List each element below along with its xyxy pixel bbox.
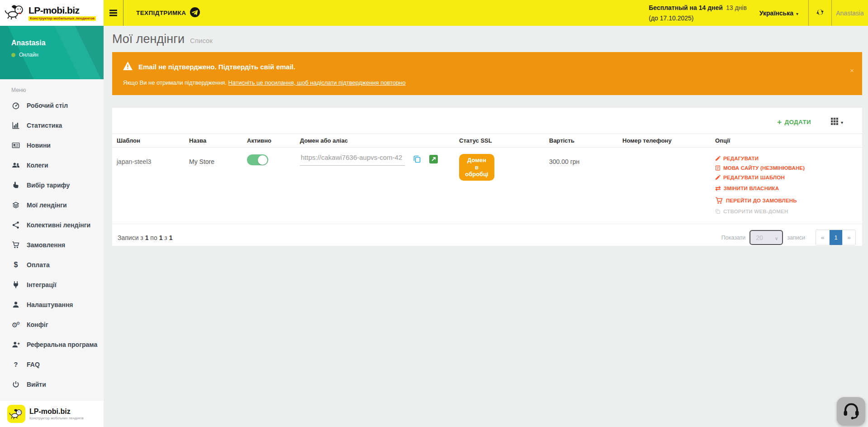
sidebar-menu: Робочий стілСтатистикаНовиниКолегиВибір … (0, 96, 104, 394)
domain-input[interactable] (300, 154, 405, 166)
user-plus-icon (11, 341, 21, 349)
sidebar-item-label: FAQ (27, 361, 40, 368)
brand-subtitle: Конструктор мобильных лендингов (28, 16, 96, 21)
sidebar-item-integrations[interactable]: Інтеграції (0, 275, 104, 295)
column-visibility-button[interactable] (831, 118, 843, 126)
chevron-down-icon (841, 119, 843, 125)
records-part: 1 (169, 234, 173, 241)
pager-next-button[interactable]: » (842, 230, 855, 245)
toggle-knob (258, 155, 267, 165)
refresh-button[interactable] (809, 0, 831, 26)
grid-icon (831, 118, 838, 126)
option-label: РЕДАГУВАТИ ШАБЛОН (723, 175, 785, 180)
pager-prev-button[interactable]: « (816, 230, 829, 245)
user-icon (11, 301, 21, 309)
sidebar-item-news[interactable]: Новини (0, 135, 104, 155)
chevron-down-icon (796, 10, 798, 17)
sidebar: Anastasia Онлайн Меню Робочий стілСтатис… (0, 26, 104, 427)
show-label: Показати (721, 235, 746, 241)
online-dot-icon (11, 53, 15, 57)
sidebar-item-label: Мої лендінги (27, 202, 67, 209)
page-header: Мої лендінги Список (104, 26, 868, 46)
copy-domain-button[interactable] (413, 154, 422, 165)
sidebar-item-colleagues[interactable]: Колеги (0, 155, 104, 175)
share-icon (11, 221, 21, 229)
sidebar-item-payment[interactable]: $Оплата (0, 255, 104, 275)
add-landing-button[interactable]: ДОДАТИ (774, 118, 814, 126)
question-icon: ? (11, 361, 21, 368)
resend-confirmation-link[interactable]: Натисніть це посилання, щоб надіслати пі… (228, 79, 406, 86)
language-label: Українська (759, 10, 793, 17)
sidebar-item-statistics[interactable]: Статистика (0, 115, 104, 135)
sidebar-item-faq[interactable]: ?FAQ (0, 355, 104, 374)
column-header-5: Вартість (545, 134, 618, 148)
records-info: Записи з 1 по 1 з 1 (118, 234, 172, 241)
trial-plan: Бесплатный на 14 дней (649, 4, 723, 11)
sidebar-item-label: Вийти (27, 381, 46, 388)
open-landing-button[interactable] (429, 155, 438, 165)
sidebar-item-config[interactable]: ⚙⚙Конфіг (0, 315, 104, 335)
support-chat-button[interactable] (837, 397, 865, 426)
edit-icon (715, 156, 721, 161)
refresh-icon (816, 8, 824, 18)
sidebar-item-tariff[interactable]: Вибір тарифу (0, 175, 104, 195)
cart-icon (11, 241, 21, 249)
edit-icon (715, 175, 721, 180)
sidebar-item-label: Реферальна програма (27, 341, 97, 348)
sidebar-toggle-button[interactable] (104, 0, 123, 26)
column-header-1: Назва (185, 134, 242, 148)
users-icon (11, 161, 21, 169)
sidebar-item-orders[interactable]: Замовлення (0, 235, 104, 255)
option-edit[interactable]: РЕДАГУВАТИ (715, 156, 859, 161)
option-go-to-orders[interactable]: ПЕРЕЙТИ ДО ЗАМОВЛЕНЬ (715, 197, 859, 205)
username[interactable]: Anastasia (832, 10, 868, 17)
option-site-language[interactable]: МОВА САЙТУ (НЕЗМІНЮВАНЕ) (715, 165, 859, 171)
table-footer: Записи з 1 по 1 з 1 Показати 20 записи «… (112, 224, 862, 245)
chevron-down-icon (775, 234, 778, 241)
power-icon (11, 380, 21, 389)
domain-cell (300, 154, 451, 166)
active-toggle[interactable] (247, 154, 268, 165)
sidebar-item-referral[interactable]: Реферальна програма (0, 335, 104, 355)
trial-info: Бесплатный на 14 дней13 днів (до 17.10.2… (649, 3, 747, 23)
footer-brand-text: LP-mobi.biz Конструктор мобільних лендін… (29, 408, 84, 420)
alert-text-row: Якщо Ви не отримали підтвердження. Натис… (123, 79, 851, 86)
sidebar-item-settings[interactable]: Налаштування (0, 295, 104, 315)
headset-icon (841, 401, 861, 422)
cart-icon (715, 197, 723, 205)
plus-icon (777, 118, 782, 126)
option-change-owner[interactable]: ⇄ЗМІНИТИ ВЛАСНИКА (715, 184, 859, 192)
sidebar-item-my-landings[interactable]: Мої лендінги (0, 195, 104, 215)
page-size-select[interactable]: 20 (749, 230, 783, 245)
option-label: СТВОРИТИ WEB-ДОМЕН (723, 209, 788, 214)
topbar: LP-mobi.biz Конструктор мобильных лендин… (0, 0, 868, 26)
sidebar-item-dashboard[interactable]: Робочий стіл (0, 96, 104, 115)
profile-panel: Anastasia Онлайн (0, 26, 104, 79)
brand-logo[interactable]: LP-mobi.biz Конструктор мобильных лендин… (0, 0, 104, 26)
records-part: Записи з (118, 234, 145, 241)
clone-icon (715, 209, 721, 214)
close-icon[interactable]: × (850, 67, 854, 74)
external-link-icon (429, 155, 438, 165)
column-header-6: Номер телефону (618, 134, 711, 148)
column-header-7: Опції (711, 134, 862, 148)
copy-icon (413, 154, 422, 165)
support-link[interactable]: ТЕХПІДТРИМКА (136, 0, 200, 26)
option-label: МОВА САЙТУ (НЕЗМІНЮВАНЕ) (723, 165, 805, 171)
sidebar-item-collective-landings[interactable]: Колективні лендінги (0, 215, 104, 235)
option-edit-template[interactable]: РЕДАГУВАТИ ШАБЛОН (715, 175, 859, 180)
dog-mascot-icon (5, 4, 25, 22)
sidebar-item-logout[interactable]: Вийти (0, 374, 104, 394)
telegram-icon (190, 7, 200, 19)
card-toolbar: ДОДАТИ (112, 108, 862, 134)
pager-page-1-button[interactable]: 1 (829, 230, 842, 245)
plug-icon (11, 281, 21, 289)
alert-text: Якщо Ви не отримали підтвердження. (123, 79, 227, 86)
main-content: Мої лендінги Список Email не підтверджен… (104, 26, 868, 427)
language-selector[interactable]: Українська (759, 10, 798, 17)
column-header-0: Шаблон (112, 134, 185, 148)
sidebar-footer-logo[interactable]: LP-mobi.biz Конструктор мобільних лендін… (0, 401, 104, 427)
brand-text: LP-mobi.biz Конструктор мобильных лендин… (28, 5, 96, 21)
footer-brand-title: LP-mobi.biz (29, 408, 84, 416)
profile-name: Anastasia (11, 39, 104, 47)
